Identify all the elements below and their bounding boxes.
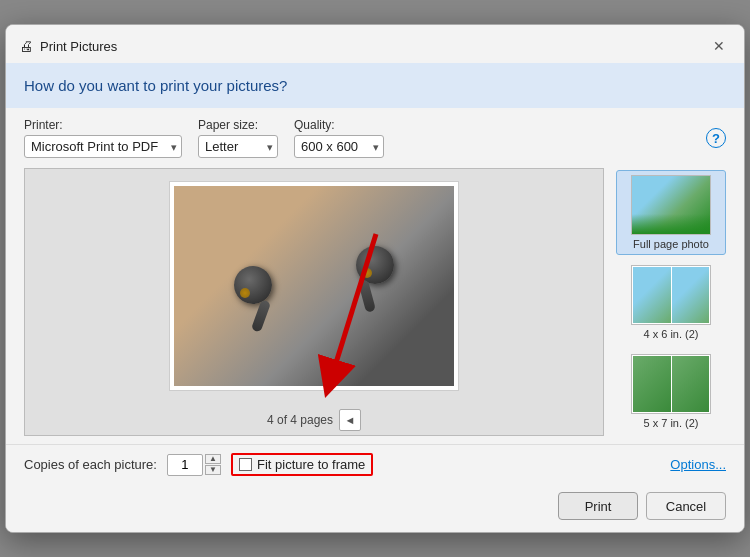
thumb-img-5x7	[632, 355, 710, 413]
print-button[interactable]: Print	[558, 492, 638, 520]
quality-select[interactable]: 600 x 600	[294, 135, 384, 158]
layout-label-5x7: 5 x 7 in. (2)	[643, 417, 698, 429]
bottom-row: Copies of each picture: ▲ ▼ Fit picture …	[6, 444, 744, 484]
controls-row: Printer: Microsoft Print to PDF Paper si…	[6, 108, 744, 168]
copies-spinner: ▲ ▼	[205, 454, 221, 475]
cancel-button[interactable]: Cancel	[646, 492, 726, 520]
title-bar-left: 🖨 Print Pictures	[18, 38, 117, 54]
paper-group: Paper size: Letter	[198, 118, 278, 158]
copies-label: Copies of each picture:	[24, 457, 157, 472]
stem-left	[251, 299, 271, 332]
copies-increment[interactable]: ▲	[205, 454, 221, 464]
thumb-img-full	[632, 176, 710, 234]
page-text: 4 of 4 pages	[267, 413, 333, 427]
print-pictures-dialog: 🖨 Print Pictures ✕ How do you want to pr…	[5, 24, 745, 533]
paper-label: Paper size:	[198, 118, 278, 132]
copies-input[interactable]	[167, 454, 203, 476]
layout-5x7[interactable]: 5 x 7 in. (2)	[616, 350, 726, 433]
quality-select-wrapper: 600 x 600	[294, 135, 384, 158]
fit-picture-group[interactable]: Fit picture to frame	[231, 453, 373, 476]
quality-group: Quality: 600 x 600	[294, 118, 384, 158]
paper-select-wrapper: Letter	[198, 135, 278, 158]
printer-select-wrapper: Microsoft Print to PDF	[24, 135, 182, 158]
fit-picture-label: Fit picture to frame	[257, 457, 365, 472]
page-nav: 4 of 4 pages ◄	[267, 403, 361, 435]
printer-group: Printer: Microsoft Print to PDF	[24, 118, 182, 158]
layout-label-full: Full page photo	[633, 238, 709, 250]
layout-thumb-full	[631, 175, 711, 235]
quality-label: Quality:	[294, 118, 384, 132]
dialog-title: Print Pictures	[40, 39, 117, 54]
stem-right	[358, 279, 376, 312]
options-link[interactable]: Options...	[670, 457, 726, 472]
action-row: Print Cancel	[6, 484, 744, 532]
fit-picture-checkbox[interactable]	[239, 458, 252, 471]
header-question: How do you want to print your pictures?	[24, 77, 287, 94]
prev-page-button[interactable]: ◄	[339, 409, 361, 431]
layout-full-page[interactable]: Full page photo	[616, 170, 726, 255]
header-banner: How do you want to print your pictures?	[6, 63, 744, 108]
thumb-img-4x6	[632, 266, 710, 324]
copies-decrement[interactable]: ▼	[205, 465, 221, 475]
page-preview	[169, 181, 459, 391]
layout-label-4x6: 4 x 6 in. (2)	[643, 328, 698, 340]
main-area: 4 of 4 pages ◄ Full page photo 4 x 6	[6, 168, 744, 444]
help-button[interactable]: ?	[706, 128, 726, 148]
preview-area: 4 of 4 pages ◄	[24, 168, 604, 436]
earbud-left	[234, 266, 272, 304]
print-icon: 🖨	[18, 38, 34, 54]
close-button[interactable]: ✕	[706, 33, 732, 59]
printer-label: Printer:	[24, 118, 182, 132]
layout-4x6[interactable]: 4 x 6 in. (2)	[616, 261, 726, 344]
paper-select[interactable]: Letter	[198, 135, 278, 158]
photo-placeholder	[174, 186, 454, 386]
copies-input-group: ▲ ▼	[167, 454, 221, 476]
layout-thumb-5x7	[631, 354, 711, 414]
layout-panel: Full page photo 4 x 6 in. (2)	[616, 168, 726, 436]
printer-select[interactable]: Microsoft Print to PDF	[24, 135, 182, 158]
earbud-right	[356, 246, 394, 284]
title-bar: 🖨 Print Pictures ✕	[6, 25, 744, 63]
layout-thumb-4x6	[631, 265, 711, 325]
